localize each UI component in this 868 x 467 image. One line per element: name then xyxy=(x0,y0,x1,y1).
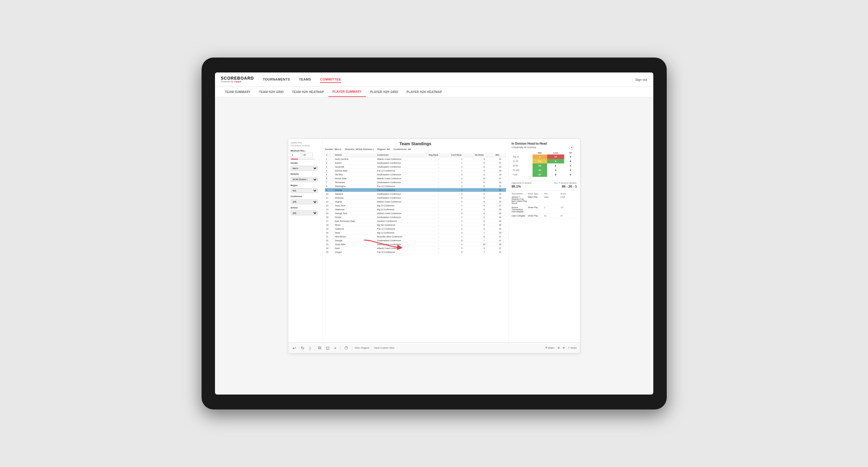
sign-out-button[interactable]: Sign out xyxy=(635,78,647,82)
cell-win: 23 xyxy=(494,192,506,196)
copy-button[interactable]: ⧉ xyxy=(317,345,322,351)
view-original-btn[interactable]: View: Original xyxy=(354,346,369,349)
table-row[interactable]: 9 Arizona Pac-12 Conference - 3 8 22 xyxy=(325,188,506,192)
col-no-rnds: No Rnds xyxy=(474,153,494,157)
table-row[interactable]: 13 Texas Tech Big 12 Conference - 1 9 27 xyxy=(325,204,506,208)
table-area: Team Standings Gender: Men's Division: N… xyxy=(322,139,508,342)
update-time: Update time: 27/03/2024 16:56:26 xyxy=(291,142,320,147)
cell-num: 23 xyxy=(325,243,334,246)
cell-win: 23 xyxy=(494,196,506,200)
table-row[interactable]: 18 Illinois Big Ten Conference - 1 9 28 xyxy=(325,223,506,227)
cell-win: 26 xyxy=(494,208,506,212)
cell-no-rnds: 8 xyxy=(474,227,494,231)
gender-select[interactable]: Men's xyxy=(291,166,317,170)
h2h-win: 20 xyxy=(532,168,547,173)
cell-school: Texas A&M xyxy=(334,243,376,246)
cell-conf-rank: 5 xyxy=(450,250,474,254)
table-row[interactable]: 14 Oklahoma Big 12 Conference - 2 8 26 xyxy=(325,208,506,212)
grid-btn[interactable]: ⊞ xyxy=(558,346,560,349)
paste-button[interactable]: ⊡ xyxy=(325,345,331,351)
table-row[interactable]: 11 Arkansas Southeastern Conference - 6 … xyxy=(325,196,506,200)
slider-fill xyxy=(291,159,298,160)
table-row[interactable]: 5 Ole Miss Southeastern Conference - 3 6… xyxy=(325,173,506,177)
col-reg-rank: Reg Rank xyxy=(428,153,450,157)
cell-conf-rank: 8 xyxy=(450,239,474,243)
opponents-row: Opponents in division: W-L-T record in d… xyxy=(512,182,577,184)
cell-win: 28 xyxy=(494,223,506,227)
table-row[interactable]: 8 Washington Pac-12 Conference - 2 8 23 xyxy=(325,184,506,188)
table-row[interactable]: 1 North Carolina Atlantic Coast Conferen… xyxy=(325,157,506,161)
t-pos: 11 xyxy=(544,215,561,217)
share-btn[interactable]: ↗ Share xyxy=(568,346,577,349)
tournament-header: Tournament Event Type Pos Score xyxy=(512,193,577,195)
table-row[interactable]: 7 Tennessee Southeastern Conference - 4 … xyxy=(325,180,506,184)
cell-no-rnds: 8 xyxy=(474,212,494,215)
cell-conference: Southeastern Conference xyxy=(376,215,428,219)
cell-conference: Southern Conference xyxy=(376,219,428,223)
table-row[interactable]: 17 East Tennessee State Southern Confere… xyxy=(325,219,506,223)
max-rounds-input[interactable] xyxy=(302,153,313,157)
t-type: Stroke Play xyxy=(528,206,544,213)
cell-num: 17 xyxy=(325,219,334,223)
cell-reg-rank: - xyxy=(428,231,450,235)
tab-player-summary[interactable]: PLAYER SUMMARY xyxy=(328,87,366,97)
add-button[interactable]: + xyxy=(333,345,338,351)
tournament-row: Arizona Thunderbirds Intercollegiate Str… xyxy=(512,206,577,214)
cell-num: 5 xyxy=(325,173,334,177)
nav-committee[interactable]: COMMITTEE xyxy=(320,76,341,83)
table-row[interactable]: 20 Texas Big 12 Conference - 3 7 20 xyxy=(325,231,506,235)
table-row[interactable]: 24 Duke Atlantic Coast Conference - 5 9 … xyxy=(325,246,506,250)
cell-no-rnds: 8 xyxy=(474,208,494,212)
cell-no-rnds: 6 xyxy=(474,173,494,177)
cell-school: Illinois xyxy=(334,223,376,227)
table-row[interactable]: 12 Virginia Atlantic Coast Conference - … xyxy=(325,200,506,204)
table-header: Team Standings xyxy=(325,142,506,146)
wlt-value: 86 - 26 - 1 xyxy=(562,185,577,188)
t-name: Arizona Thunderbirds Intercollegiate xyxy=(512,206,528,213)
nav-teams[interactable]: TEAMS xyxy=(299,76,311,83)
table-row[interactable]: 3 Vanderbilt Southeastern Conference - 2… xyxy=(325,165,506,169)
region-select[interactable]: N/A xyxy=(291,188,317,193)
save-custom-btn[interactable]: Save Custom View xyxy=(374,346,394,349)
cell-conf-rank: 9 xyxy=(450,243,474,246)
close-button[interactable]: ✕ xyxy=(569,145,574,150)
forward-button[interactable]: ⟩ xyxy=(308,345,312,351)
division-select[interactable]: NCAA Division I xyxy=(291,177,317,182)
rounds-slider[interactable] xyxy=(291,159,315,160)
conference-select[interactable]: (All) xyxy=(291,199,317,204)
t-col-type: Event Type xyxy=(528,193,544,195)
table-row[interactable]: 10 Alabama Southeastern Conference - 5 8… xyxy=(325,192,506,196)
cell-no-rnds: 8 xyxy=(474,184,494,188)
tab-player-h2h-grid[interactable]: PLAYER H2H GRID xyxy=(366,87,403,97)
tab-team-h2h-grid[interactable]: TEAM H2H GRID xyxy=(255,87,288,97)
cell-conf-rank: 1 xyxy=(450,157,474,161)
min-rounds-input[interactable] xyxy=(291,153,301,157)
tab-team-h2h-heatmap[interactable]: TEAM H2H HEATMAP xyxy=(288,87,328,97)
cell-no-rnds: 8 xyxy=(474,200,494,204)
cell-win: 28 xyxy=(494,243,506,246)
gender-filter-label: Gender xyxy=(291,162,320,164)
tab-player-h2h-heatmap[interactable]: PLAYER H2H HEATMAP xyxy=(402,87,446,97)
redo-button[interactable]: ↻ xyxy=(300,345,306,351)
table-row[interactable]: 2 Auburn Southeastern Conference - 1 9 2… xyxy=(325,161,506,165)
table-row[interactable]: 4 Arizona State Pac-12 Conference - 1 9 … xyxy=(325,169,506,173)
table-row[interactable]: 16 Florida Southeastern Conference - 7 9… xyxy=(325,215,506,219)
table-row[interactable]: 21 New Mexico Mountain West Conference -… xyxy=(325,235,506,239)
compare-btn[interactable]: ⇄ xyxy=(563,346,565,349)
undo-button[interactable]: ↩ xyxy=(291,345,297,351)
table-row[interactable]: 19 California Pac-12 Conference - 4 8 24 xyxy=(325,227,506,231)
table-row[interactable]: 23 Texas A&M Southeastern Conference - 9… xyxy=(325,243,506,246)
tournament-section: Tournament Event Type Pos Score Jackson … xyxy=(512,191,577,218)
h2h-row: 51-100 20 3 0 xyxy=(512,168,577,173)
nav-tournaments[interactable]: TOURNAMENTS xyxy=(263,76,290,83)
watch-btn[interactable]: 👁 Watch xyxy=(545,346,555,349)
tab-team-summary[interactable]: TEAM SUMMARY xyxy=(221,87,255,97)
clock-button[interactable]: ⏱ xyxy=(343,345,349,351)
school-select[interactable]: (All) xyxy=(291,211,317,215)
logo-area: SCOREBOARD Powered by clippd xyxy=(221,76,254,83)
table-row[interactable]: 22 Georgia Southeastern Conference - 8 7… xyxy=(325,239,506,243)
table-row[interactable]: 15 Georgia Tech Atlantic Coast Conferenc… xyxy=(325,212,506,215)
table-row[interactable]: 25 Oregon Pac-12 Conference - 5 7 21 xyxy=(325,250,506,254)
table-row[interactable]: 6 Florida State Atlantic Coast Conferenc… xyxy=(325,177,506,180)
cell-win: 24 xyxy=(494,200,506,204)
